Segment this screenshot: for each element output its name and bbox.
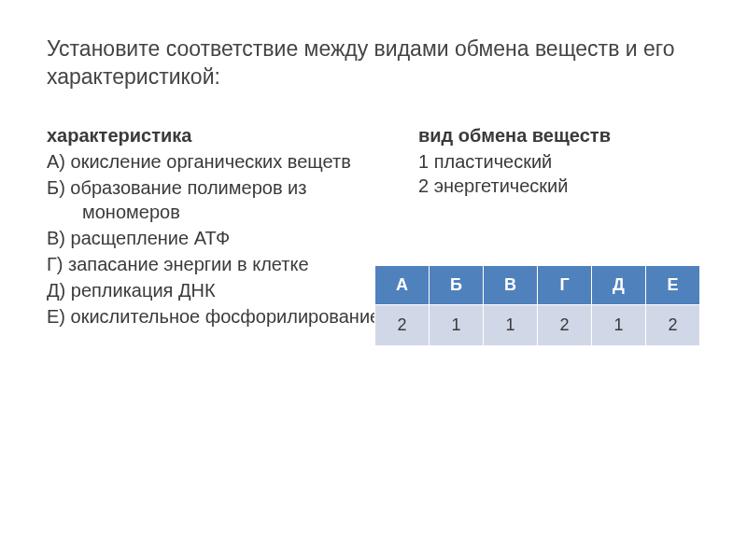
table-cell: 2 — [538, 304, 592, 345]
page-title: Установите соответствие между видами обм… — [47, 35, 700, 91]
table-cell: 1 — [592, 304, 646, 345]
table-header-row: А Б В Г Д Е — [375, 265, 700, 304]
left-column: характеристика А) окисление органических… — [47, 123, 400, 330]
left-heading: характеристика — [47, 123, 400, 147]
table-header-cell: Б — [430, 265, 484, 304]
list-item: Д) репликация ДНК — [47, 278, 400, 302]
table-header-cell: Д — [592, 265, 646, 304]
table-cell: 1 — [484, 304, 538, 345]
list-item: А) окисление органических вещетв — [47, 149, 400, 174]
list-item: Б) образование полимеров из мономеров — [47, 175, 400, 224]
table-cell: 2 — [646, 304, 700, 345]
table-header-cell: Г — [538, 265, 592, 304]
right-heading: вид обмена веществ — [418, 123, 700, 147]
list-item: Г) запасание энергии в клетке — [47, 252, 400, 276]
list-item: 1 пластический — [418, 149, 700, 174]
list-item: В) расщепление АТФ — [47, 226, 400, 250]
list-item: 2 энергетический — [418, 174, 700, 198]
table-header-cell: Е — [646, 265, 700, 304]
table-cell: 2 — [375, 304, 430, 345]
list-item: Е) окислительное фосфорилирование — [47, 304, 400, 329]
table-header-cell: А — [375, 265, 430, 304]
answer-table: А Б В Г Д Е 2 1 1 2 1 2 — [374, 265, 700, 346]
table-header-cell: В — [484, 265, 538, 304]
table-cell: 1 — [430, 304, 484, 345]
table-row: 2 1 1 2 1 2 — [375, 304, 700, 345]
